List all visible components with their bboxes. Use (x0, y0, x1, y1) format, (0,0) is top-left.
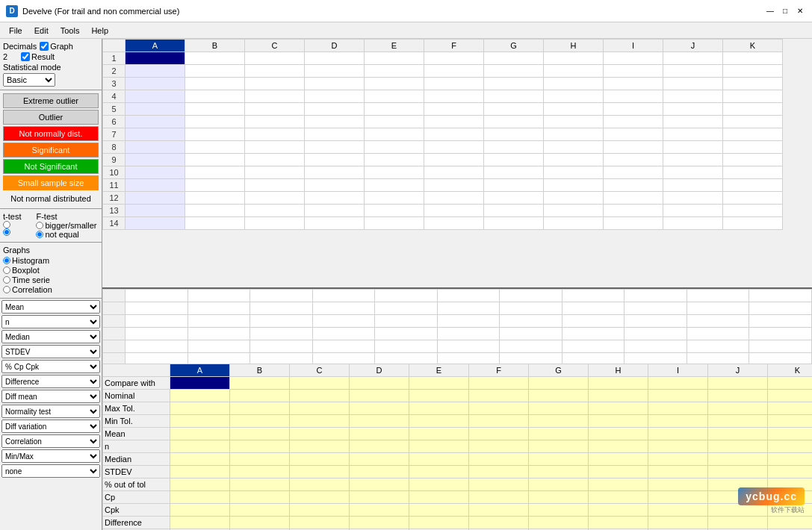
bottom-col-F[interactable]: F (469, 364, 529, 377)
top-col-B[interactable]: B (185, 40, 245, 52)
bottom-cell-1-10[interactable] (768, 390, 813, 402)
bottom-cell-11-9[interactable] (708, 517, 768, 529)
bottom-cell-4-4[interactable] (409, 428, 469, 440)
mid-cell-0-2[interactable] (250, 290, 313, 302)
bottom-cell-11-3[interactable] (350, 517, 409, 529)
top-cell-6-1[interactable] (185, 116, 245, 128)
top-cell-4-3[interactable] (305, 90, 365, 103)
mid-cell-3-0[interactable] (125, 328, 188, 340)
bottom-cell-5-9[interactable] (708, 440, 768, 453)
top-cell-10-5[interactable] (424, 166, 484, 179)
bottom-cell-0-4[interactable] (409, 377, 469, 390)
bottom-cell-8-8[interactable] (648, 478, 708, 491)
top-cell-12-8[interactable] (604, 192, 663, 205)
top-cell-10-9[interactable] (663, 166, 723, 179)
top-cell-3-10[interactable] (723, 78, 783, 90)
top-cell-11-6[interactable] (484, 179, 544, 192)
bottom-cell-7-5[interactable] (469, 466, 529, 478)
stats-cpcpk-select[interactable]: % Cp CpkMean (1, 360, 100, 373)
bottom-cell-10-7[interactable] (589, 504, 648, 517)
bottom-cell-3-1[interactable] (230, 415, 290, 428)
not-significant-legend[interactable]: Not Significant (3, 159, 99, 174)
top-cell-2-3[interactable] (305, 65, 365, 78)
bottom-cell-2-1[interactable] (230, 402, 290, 415)
bottom-cell-7-4[interactable] (409, 466, 469, 478)
bottom-cell-0-0[interactable] (170, 377, 230, 390)
outlier-legend[interactable]: Outlier (3, 110, 99, 125)
top-cell-4-2[interactable] (245, 90, 305, 103)
top-cell-4-7[interactable] (544, 90, 604, 103)
mid-cell-1-10[interactable] (749, 302, 812, 315)
bottom-cell-11-1[interactable] (230, 517, 290, 529)
top-col-H[interactable]: H (544, 40, 604, 52)
bottom-cell-0-5[interactable] (469, 377, 529, 390)
top-col-G[interactable]: G (484, 40, 544, 52)
top-cell-6-4[interactable] (365, 116, 424, 128)
top-grid-container[interactable]: A B C D E F G H I J K (102, 39, 812, 287)
bottom-cell-4-0[interactable] (170, 428, 230, 440)
bottom-cell-1-9[interactable] (708, 390, 768, 402)
bottom-cell-1-5[interactable] (469, 390, 529, 402)
bottom-cell-2-10[interactable] (768, 402, 813, 415)
top-cell-1-3[interactable] (305, 52, 365, 65)
top-cell-10-4[interactable] (365, 166, 424, 179)
extreme-outlier-legend[interactable]: Extreme outlier (3, 93, 99, 108)
bottom-cell-7-0[interactable] (170, 466, 230, 478)
bottom-cell-5-3[interactable] (350, 440, 409, 453)
top-cell-14-1[interactable] (185, 217, 245, 230)
mid-cell-3-2[interactable] (250, 328, 313, 340)
mid-cell-0-8[interactable] (625, 290, 687, 302)
bottom-cell-7-2[interactable] (290, 466, 350, 478)
mid-cell-4-4[interactable] (375, 340, 438, 353)
bottom-cell-2-3[interactable] (350, 402, 409, 415)
bottom-cell-7-1[interactable] (230, 466, 290, 478)
top-col-K[interactable]: K (723, 40, 783, 52)
bottom-col-B[interactable]: B (230, 364, 290, 377)
top-cell-7-7[interactable] (544, 128, 604, 141)
top-col-J[interactable]: J (663, 40, 723, 52)
top-cell-14-10[interactable] (723, 217, 783, 230)
top-cell-10-7[interactable] (544, 166, 604, 179)
top-col-D[interactable]: D (305, 40, 365, 52)
top-cell-11-3[interactable] (305, 179, 365, 192)
bottom-cell-7-10[interactable] (768, 466, 813, 478)
top-cell-7-8[interactable] (604, 128, 663, 141)
mid-cell-3-9[interactable] (687, 328, 749, 340)
top-cell-13-1[interactable] (185, 205, 245, 217)
bottom-cell-4-10[interactable] (768, 428, 813, 440)
top-cell-1-6[interactable] (484, 52, 544, 65)
mid-cell-2-3[interactable] (312, 315, 375, 328)
bottom-cell-10-8[interactable] (648, 504, 708, 517)
top-cell-8-6[interactable] (484, 141, 544, 154)
top-cell-12-4[interactable] (365, 192, 424, 205)
bottom-cell-0-1[interactable] (230, 377, 290, 390)
bottom-cell-11-8[interactable] (648, 517, 708, 529)
top-cell-3-0[interactable] (125, 78, 185, 90)
top-cell-3-4[interactable] (365, 78, 424, 90)
top-cell-6-10[interactable] (723, 116, 783, 128)
bottom-cell-6-5[interactable] (469, 453, 529, 466)
graph-checkbox[interactable] (40, 42, 49, 51)
mid-cell-0-5[interactable] (437, 290, 500, 302)
stats-median-select[interactable]: MedianMean (1, 330, 100, 343)
top-cell-10-10[interactable] (723, 166, 783, 179)
significant-legend[interactable]: Significant (3, 143, 99, 158)
bottom-cell-6-0[interactable] (170, 453, 230, 466)
top-cell-9-5[interactable] (424, 154, 484, 166)
mid-cell-3-3[interactable] (312, 328, 375, 340)
bottom-cell-4-3[interactable] (350, 428, 409, 440)
bottom-cell-3-10[interactable] (768, 415, 813, 428)
stats-difference-select[interactable]: DifferenceMean (1, 375, 100, 388)
bottom-cell-4-9[interactable] (708, 428, 768, 440)
bottom-cell-1-0[interactable] (170, 390, 230, 402)
bottom-cell-8-5[interactable] (469, 478, 529, 491)
bottom-cell-3-3[interactable] (350, 415, 409, 428)
mid-cell-1-0[interactable] (125, 302, 188, 315)
menu-help[interactable]: Help (85, 25, 114, 37)
top-cell-2-0[interactable] (125, 65, 185, 78)
top-cell-12-6[interactable] (484, 192, 544, 205)
top-cell-3-2[interactable] (245, 78, 305, 90)
mid-cell-0-10[interactable] (749, 290, 812, 302)
bottom-cell-3-8[interactable] (648, 415, 708, 428)
mid-cell-2-2[interactable] (250, 315, 313, 328)
